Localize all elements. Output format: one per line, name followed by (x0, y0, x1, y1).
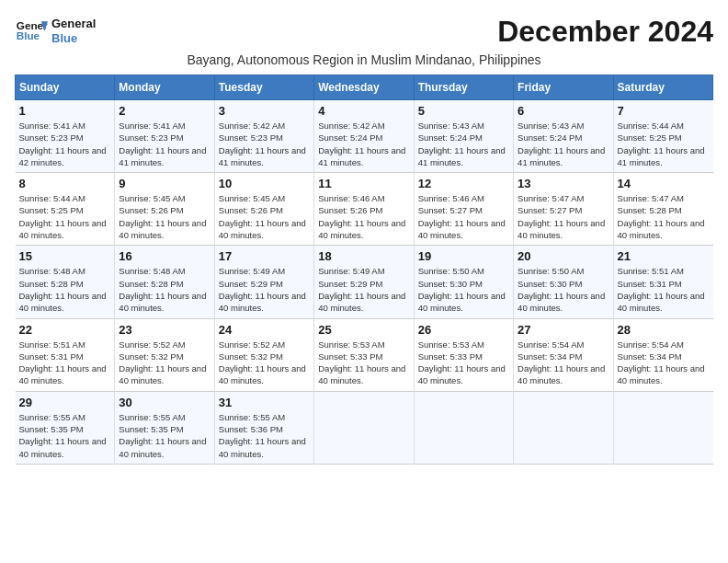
day-info: Sunrise: 5:46 AMSunset: 5:26 PMDaylight:… (318, 192, 409, 241)
day-info: Sunrise: 5:50 AMSunset: 5:30 PMDaylight:… (518, 265, 609, 314)
day-number: 22 (19, 323, 111, 337)
day-info: Sunrise: 5:48 AMSunset: 5:28 PMDaylight:… (119, 265, 210, 314)
day-info: Sunrise: 5:42 AMSunset: 5:23 PMDaylight:… (219, 120, 310, 168)
calendar-day-cell: 23 Sunrise: 5:52 AMSunset: 5:32 PMDaylig… (115, 318, 214, 391)
day-number: 25 (318, 323, 409, 337)
day-info: Sunrise: 5:45 AMSunset: 5:26 PMDaylight:… (119, 192, 210, 241)
day-number: 6 (518, 104, 609, 118)
calendar-day-cell: 15 Sunrise: 5:48 AMSunset: 5:28 PMDaylig… (16, 246, 115, 318)
day-number: 10 (219, 177, 310, 190)
calendar-day-cell: 18 Sunrise: 5:49 AMSunset: 5:29 PMDaylig… (314, 246, 414, 318)
col-monday: Monday (115, 75, 214, 100)
day-info: Sunrise: 5:51 AMSunset: 5:31 PMDaylight:… (19, 339, 111, 387)
day-number: 19 (418, 249, 509, 263)
calendar-day-cell (514, 391, 613, 464)
day-info: Sunrise: 5:45 AMSunset: 5:26 PMDaylight:… (219, 192, 310, 241)
calendar-week-row: 15 Sunrise: 5:48 AMSunset: 5:28 PMDaylig… (16, 246, 713, 318)
day-info: Sunrise: 5:44 AMSunset: 5:25 PMDaylight:… (618, 120, 710, 168)
svg-text:Blue: Blue (17, 29, 40, 41)
day-number: 28 (618, 323, 710, 337)
day-number: 31 (219, 396, 310, 409)
day-info: Sunrise: 5:44 AMSunset: 5:25 PMDaylight:… (19, 192, 111, 241)
calendar-day-cell: 20 Sunrise: 5:50 AMSunset: 5:30 PMDaylig… (514, 246, 613, 318)
col-thursday: Thursday (414, 75, 513, 100)
col-friday: Friday (514, 75, 613, 100)
day-info: Sunrise: 5:53 AMSunset: 5:33 PMDaylight:… (418, 339, 509, 387)
calendar-day-cell: 8 Sunrise: 5:44 AMSunset: 5:25 PMDayligh… (16, 173, 115, 246)
day-info: Sunrise: 5:55 AMSunset: 5:36 PMDaylight:… (219, 411, 310, 460)
calendar-day-cell: 13 Sunrise: 5:47 AMSunset: 5:27 PMDaylig… (514, 173, 613, 246)
day-info: Sunrise: 5:41 AMSunset: 5:23 PMDaylight:… (19, 120, 111, 168)
calendar-day-cell: 10 Sunrise: 5:45 AMSunset: 5:26 PMDaylig… (214, 173, 313, 246)
day-number: 26 (418, 323, 509, 337)
calendar-day-cell: 22 Sunrise: 5:51 AMSunset: 5:31 PMDaylig… (16, 318, 115, 391)
calendar-day-cell: 29 Sunrise: 5:55 AMSunset: 5:35 PMDaylig… (16, 391, 115, 464)
calendar-day-cell: 11 Sunrise: 5:46 AMSunset: 5:26 PMDaylig… (314, 173, 414, 246)
month-title: December 2024 (497, 15, 713, 49)
calendar-day-cell: 7 Sunrise: 5:44 AMSunset: 5:25 PMDayligh… (613, 100, 712, 173)
logo-text: General Blue (51, 17, 96, 45)
day-number: 17 (219, 249, 310, 263)
day-number: 13 (518, 177, 609, 190)
calendar-day-cell: 1 Sunrise: 5:41 AMSunset: 5:23 PMDayligh… (16, 100, 115, 173)
day-number: 15 (19, 249, 111, 263)
day-number: 4 (318, 104, 409, 118)
day-info: Sunrise: 5:53 AMSunset: 5:33 PMDaylight:… (318, 339, 409, 387)
calendar-day-cell: 6 Sunrise: 5:43 AMSunset: 5:24 PMDayligh… (514, 100, 613, 173)
calendar-day-cell: 19 Sunrise: 5:50 AMSunset: 5:30 PMDaylig… (414, 246, 513, 318)
day-number: 8 (19, 177, 111, 190)
day-number: 2 (119, 104, 210, 118)
day-info: Sunrise: 5:46 AMSunset: 5:27 PMDaylight:… (418, 192, 509, 241)
day-number: 30 (119, 396, 210, 409)
col-tuesday: Tuesday (214, 75, 313, 100)
day-info: Sunrise: 5:42 AMSunset: 5:24 PMDaylight:… (318, 120, 409, 168)
col-saturday: Saturday (613, 75, 712, 100)
day-number: 7 (618, 104, 710, 118)
day-number: 21 (618, 249, 710, 263)
logo-icon: General Blue (15, 15, 48, 48)
subtitle: Bayang, Autonomous Region in Muslim Mind… (15, 52, 713, 67)
day-number: 3 (219, 104, 310, 118)
header: General Blue General Blue December 2024 (15, 15, 713, 49)
calendar-day-cell: 2 Sunrise: 5:41 AMSunset: 5:23 PMDayligh… (115, 100, 214, 173)
day-number: 9 (119, 177, 210, 190)
calendar-day-cell: 5 Sunrise: 5:43 AMSunset: 5:24 PMDayligh… (414, 100, 513, 173)
day-number: 27 (518, 323, 609, 337)
day-info: Sunrise: 5:43 AMSunset: 5:24 PMDaylight:… (418, 120, 509, 168)
day-info: Sunrise: 5:41 AMSunset: 5:23 PMDaylight:… (119, 120, 210, 168)
day-info: Sunrise: 5:50 AMSunset: 5:30 PMDaylight:… (418, 265, 509, 314)
calendar-week-row: 22 Sunrise: 5:51 AMSunset: 5:31 PMDaylig… (16, 318, 713, 391)
day-number: 12 (418, 177, 509, 190)
logo: General Blue General Blue (15, 15, 96, 48)
day-info: Sunrise: 5:47 AMSunset: 5:28 PMDaylight:… (618, 192, 710, 241)
day-info: Sunrise: 5:54 AMSunset: 5:34 PMDaylight:… (618, 339, 710, 387)
day-number: 23 (119, 323, 210, 337)
day-info: Sunrise: 5:49 AMSunset: 5:29 PMDaylight:… (318, 265, 409, 314)
calendar-day-cell: 16 Sunrise: 5:48 AMSunset: 5:28 PMDaylig… (115, 246, 214, 318)
calendar-day-cell: 25 Sunrise: 5:53 AMSunset: 5:33 PMDaylig… (314, 318, 414, 391)
calendar-day-cell: 4 Sunrise: 5:42 AMSunset: 5:24 PMDayligh… (314, 100, 414, 173)
day-info: Sunrise: 5:51 AMSunset: 5:31 PMDaylight:… (618, 265, 710, 314)
calendar-day-cell (314, 391, 414, 464)
calendar-week-row: 8 Sunrise: 5:44 AMSunset: 5:25 PMDayligh… (16, 173, 713, 246)
day-info: Sunrise: 5:47 AMSunset: 5:27 PMDaylight:… (518, 192, 609, 241)
day-info: Sunrise: 5:55 AMSunset: 5:35 PMDaylight:… (19, 411, 111, 460)
day-info: Sunrise: 5:43 AMSunset: 5:24 PMDaylight:… (518, 120, 609, 168)
day-number: 1 (19, 104, 111, 118)
calendar-day-cell: 17 Sunrise: 5:49 AMSunset: 5:29 PMDaylig… (214, 246, 313, 318)
calendar-header-row: Sunday Monday Tuesday Wednesday Thursday… (16, 75, 713, 100)
calendar-day-cell: 12 Sunrise: 5:46 AMSunset: 5:27 PMDaylig… (414, 173, 513, 246)
calendar-day-cell (414, 391, 513, 464)
col-sunday: Sunday (16, 75, 115, 100)
day-info: Sunrise: 5:52 AMSunset: 5:32 PMDaylight:… (219, 339, 310, 387)
day-number: 20 (518, 249, 609, 263)
day-number: 14 (618, 177, 710, 190)
day-number: 16 (119, 249, 210, 263)
calendar-day-cell: 3 Sunrise: 5:42 AMSunset: 5:23 PMDayligh… (214, 100, 313, 173)
day-number: 5 (418, 104, 509, 118)
day-number: 11 (318, 177, 409, 190)
calendar-day-cell: 24 Sunrise: 5:52 AMSunset: 5:32 PMDaylig… (214, 318, 313, 391)
day-number: 18 (318, 249, 409, 263)
calendar-week-row: 1 Sunrise: 5:41 AMSunset: 5:23 PMDayligh… (16, 100, 713, 173)
day-info: Sunrise: 5:54 AMSunset: 5:34 PMDaylight:… (518, 339, 609, 387)
